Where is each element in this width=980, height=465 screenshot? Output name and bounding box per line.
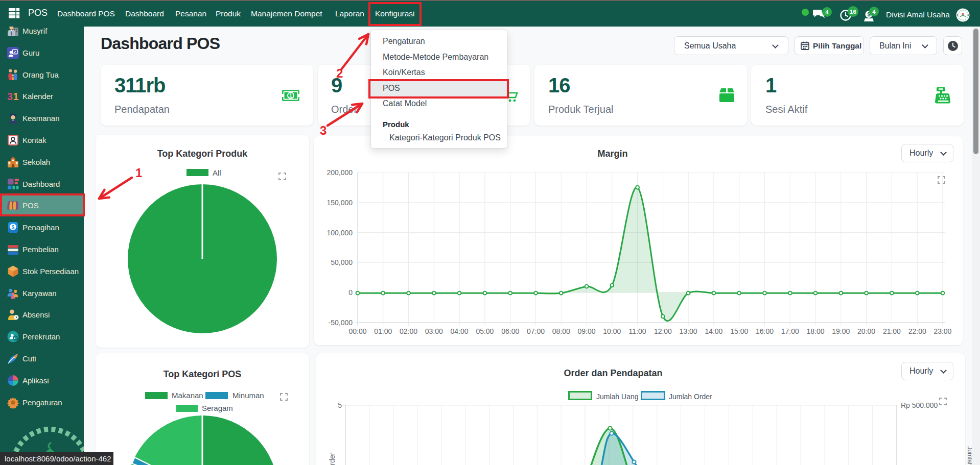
svg-text:07:00: 07:00 [527,327,545,335]
svg-text:04:00: 04:00 [451,327,469,335]
svg-text:10:00: 10:00 [603,327,621,335]
svg-text:150,000: 150,000 [326,199,353,207]
svg-text:50,000: 50,000 [331,258,353,266]
svg-text:06:00: 06:00 [501,327,519,335]
svg-text:20:00: 20:00 [857,327,875,335]
svg-text:1: 1 [13,90,19,102]
svg-text:15:00: 15:00 [730,327,748,335]
svg-text:01:00: 01:00 [374,327,392,335]
svg-text:09:00: 09:00 [577,327,595,335]
svg-text:00:00: 00:00 [348,327,366,335]
svg-text:3: 3 [7,90,13,102]
svg-text:1: 1 [289,92,292,99]
svg-text:18:00: 18:00 [806,327,824,335]
svg-text:200,000: 200,000 [326,168,353,177]
svg-text:0: 0 [348,288,353,297]
svg-text:19:00: 19:00 [832,327,850,335]
svg-text:08:00: 08:00 [552,327,570,335]
svg-text:12:00: 12:00 [654,327,672,335]
svg-text:05:00: 05:00 [476,327,494,335]
svg-text:14:00: 14:00 [705,327,722,335]
svg-text:13:00: 13:00 [680,327,697,335]
svg-text:22:00: 22:00 [908,327,926,335]
svg-text:21:00: 21:00 [883,327,901,335]
svg-text:Jumlah Order: Jumlah Order [328,452,336,465]
svg-text:23:00: 23:00 [934,327,951,335]
svg-text:17:00: 17:00 [781,327,799,335]
svg-text:5: 5 [338,401,342,409]
svg-text:100,000: 100,000 [326,229,353,237]
svg-text:02:00: 02:00 [400,327,417,335]
svg-text:$: $ [12,224,15,230]
svg-text:3: 3 [320,124,326,137]
svg-text:Rp 500.000: Rp 500.000 [901,401,938,409]
svg-text:11:00: 11:00 [629,327,646,335]
svg-text:-50,000: -50,000 [329,319,353,327]
svg-text:03:00: 03:00 [425,327,443,335]
svg-text:16:00: 16:00 [756,327,774,335]
